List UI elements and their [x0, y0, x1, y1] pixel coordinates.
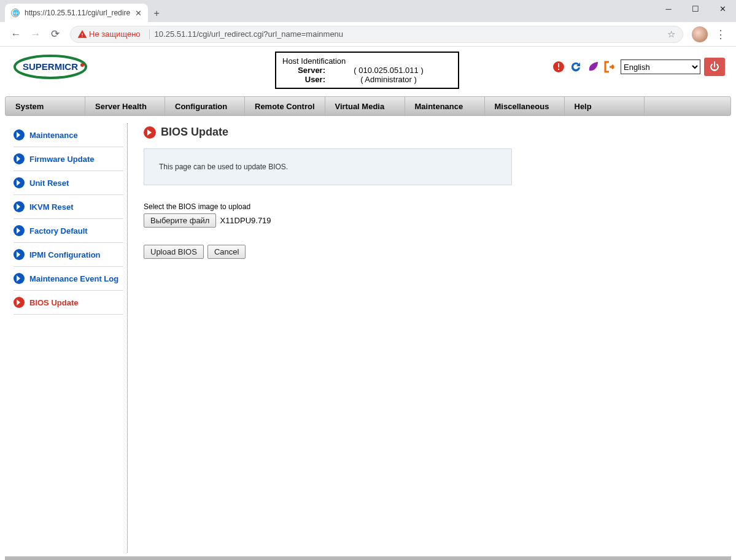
choose-file-button[interactable]: Выберите файл: [144, 213, 216, 228]
nav-item-system[interactable]: System: [6, 97, 85, 115]
svg-rect-6: [558, 63, 559, 67]
nav-item-help[interactable]: Help: [565, 97, 645, 115]
close-icon[interactable]: ✕: [135, 9, 142, 18]
sidebar-item-maintenance-event-log[interactable]: Maintenance Event Log: [14, 267, 123, 291]
bookmark-icon[interactable]: ☆: [667, 29, 675, 40]
svg-point-4: [80, 63, 84, 67]
not-secure-label: Не защищено: [89, 29, 141, 39]
arrow-circle-icon: [14, 153, 25, 164]
svg-rect-7: [558, 69, 559, 70]
page-title: BIOS Update: [144, 126, 719, 139]
upload-bios-button[interactable]: Upload BIOS: [144, 245, 204, 259]
nav-item-server-health[interactable]: Server Health: [85, 97, 165, 115]
sidebar-item-label: BIOS Update: [29, 298, 78, 307]
cancel-button[interactable]: Cancel: [207, 245, 246, 259]
divider: [149, 29, 150, 39]
server-label: Server:: [282, 66, 325, 75]
sidebar-item-firmware-update[interactable]: Firmware Update: [14, 147, 123, 171]
refresh-icon[interactable]: [569, 60, 583, 74]
arrow-circle-icon: [14, 201, 25, 212]
power-button[interactable]: ⏻: [704, 58, 725, 76]
arrow-circle-icon: [14, 249, 25, 260]
info-text: This page can be used to update BIOS.: [159, 163, 288, 171]
server-value: ( 010.025.051.011 ): [325, 66, 452, 75]
arrow-circle-icon: [14, 297, 25, 308]
menu-icon[interactable]: ⋮: [715, 28, 726, 41]
new-tab-button[interactable]: +: [148, 5, 165, 22]
footer: Copyright © 2014-2019 Super Micro Comput…: [5, 556, 731, 560]
logout-icon[interactable]: [603, 60, 617, 74]
back-icon[interactable]: ←: [9, 27, 23, 42]
forward-icon[interactable]: →: [28, 27, 43, 42]
sidebar-item-factory-default[interactable]: Factory Default: [14, 219, 123, 243]
page-title-text: BIOS Update: [161, 126, 228, 139]
user-value: ( Administrator ): [325, 75, 452, 84]
sidebar-item-label: Maintenance: [29, 131, 78, 140]
arrow-circle-icon: [14, 273, 25, 284]
sidebar-item-label: Unit Reset: [29, 178, 69, 188]
svg-text:SUPERMICR: SUPERMICR: [23, 61, 78, 72]
window-controls: ─ ☐ ✕: [655, 0, 736, 17]
page-header: SUPERMICR Host Identification Server: ( …: [5, 47, 731, 89]
host-identification: Host Identification Server: ( 010.025.05…: [275, 52, 459, 89]
chosen-file-name: X11DPU9.719: [220, 216, 271, 225]
host-id-legend: Host Identification: [282, 56, 346, 66]
language-select[interactable]: English: [621, 59, 700, 74]
supermicro-logo: SUPERMICR: [14, 54, 91, 80]
sidebar: MaintenanceFirmware UpdateUnit ResetIKVM…: [5, 123, 128, 553]
url-text: 10.25.51.11/cgi/url_redirect.cgi?url_nam…: [155, 29, 344, 39]
sidebar-item-label: Factory Default: [29, 226, 88, 236]
nav-item-maintenance[interactable]: Maintenance: [405, 97, 485, 115]
reload-icon[interactable]: ⟳: [48, 27, 63, 42]
tab-title: https://10.25.51.11/cgi/url_redire: [25, 9, 130, 17]
maximize-icon[interactable]: ☐: [682, 0, 709, 17]
sidebar-item-unit-reset[interactable]: Unit Reset: [14, 171, 123, 195]
svg-rect-1: [82, 36, 82, 36]
avatar[interactable]: [692, 26, 708, 42]
sidebar-item-bios-update[interactable]: BIOS Update: [14, 291, 123, 315]
arrow-circle-icon: [14, 225, 25, 236]
close-icon[interactable]: ✕: [709, 0, 736, 17]
select-file-label: Select the BIOS image to upload: [144, 202, 719, 211]
info-box: This page can be used to update BIOS.: [144, 148, 512, 185]
address-bar[interactable]: Не защищено 10.25.51.11/cgi/url_redirect…: [70, 26, 683, 43]
nav-item-miscellaneous[interactable]: Miscellaneous: [485, 97, 565, 115]
alert-icon[interactable]: [552, 60, 565, 74]
arrow-circle-icon: [14, 129, 25, 140]
globe-icon: 🌐: [11, 9, 20, 17]
sidebar-item-label: Maintenance Event Log: [29, 274, 118, 283]
browser-tab[interactable]: 🌐 https://10.25.51.11/cgi/url_redire ✕: [5, 4, 148, 22]
arrow-circle-icon: [144, 126, 156, 139]
sidebar-item-ipmi-configuration[interactable]: IPMI Configuration: [14, 243, 123, 267]
user-label: User:: [282, 75, 325, 84]
nav-item-configuration[interactable]: Configuration: [165, 97, 245, 115]
sidebar-item-label: IKVM Reset: [29, 202, 74, 212]
main-nav: SystemServer HealthConfigurationRemote C…: [5, 96, 731, 116]
nav-spacer: [645, 97, 731, 115]
sidebar-item-ikvm-reset[interactable]: IKVM Reset: [14, 195, 123, 219]
sidebar-item-label: IPMI Configuration: [29, 250, 101, 259]
not-secure-icon: Не защищено: [78, 29, 141, 39]
header-actions: English ⏻: [552, 52, 731, 76]
content: BIOS Update This page can be used to upd…: [128, 123, 731, 553]
sidebar-item-label: Firmware Update: [29, 155, 94, 164]
nav-item-remote-control[interactable]: Remote Control: [245, 97, 325, 115]
svg-rect-0: [82, 33, 82, 36]
eco-icon[interactable]: [586, 60, 600, 74]
browser-titlebar: 🌐 https://10.25.51.11/cgi/url_redire ✕ +…: [0, 0, 736, 22]
browser-toolbar: ← → ⟳ Не защищено 10.25.51.11/cgi/url_re…: [0, 22, 736, 47]
minimize-icon[interactable]: ─: [655, 0, 682, 17]
arrow-circle-icon: [14, 177, 25, 188]
nav-item-virtual-media[interactable]: Virtual Media: [325, 97, 405, 115]
sidebar-item-maintenance[interactable]: Maintenance: [14, 123, 123, 147]
